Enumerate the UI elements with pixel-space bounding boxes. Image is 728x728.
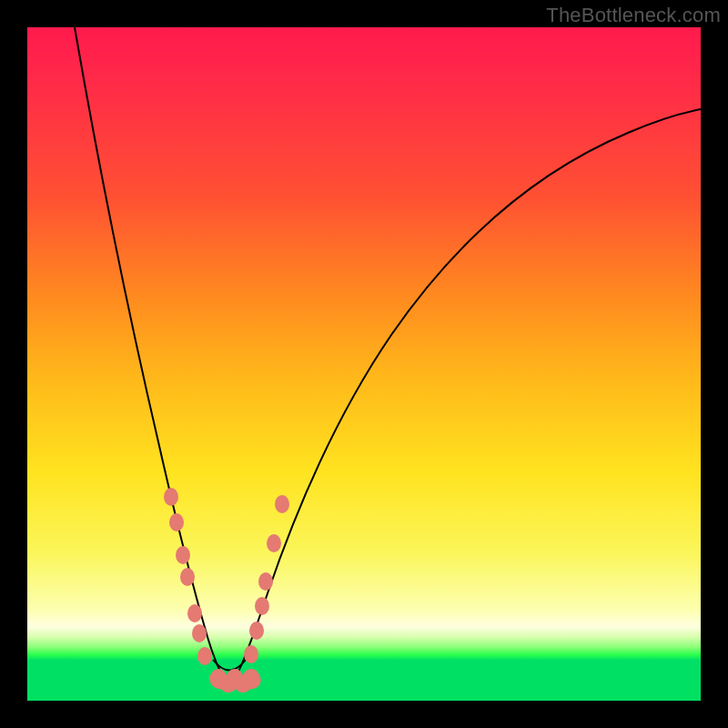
marker-left-3 bbox=[176, 546, 190, 564]
marker-right-6 bbox=[275, 495, 289, 513]
marker-right-1 bbox=[244, 645, 258, 663]
marker-right-5 bbox=[267, 534, 281, 552]
marker-left-6 bbox=[192, 624, 207, 642]
marker-left-5 bbox=[187, 604, 202, 622]
marker-bottom-cluster bbox=[209, 669, 261, 693]
marker-right-3 bbox=[255, 597, 269, 615]
marker-right-4 bbox=[258, 572, 273, 591]
watermark-text: TheBottleneck.com bbox=[546, 4, 721, 27]
marker-left-2 bbox=[169, 513, 184, 531]
curve-right-branch bbox=[235, 109, 701, 679]
chart-frame: TheBottleneck.com bbox=[0, 0, 728, 728]
curve-left-branch bbox=[75, 27, 224, 679]
plot-area bbox=[27, 27, 701, 701]
marker-left-4 bbox=[180, 568, 195, 586]
marker-left-7 bbox=[197, 647, 212, 665]
marker-left-1 bbox=[164, 488, 178, 506]
marker-right-2 bbox=[249, 622, 264, 640]
bottleneck-curve bbox=[27, 27, 701, 701]
